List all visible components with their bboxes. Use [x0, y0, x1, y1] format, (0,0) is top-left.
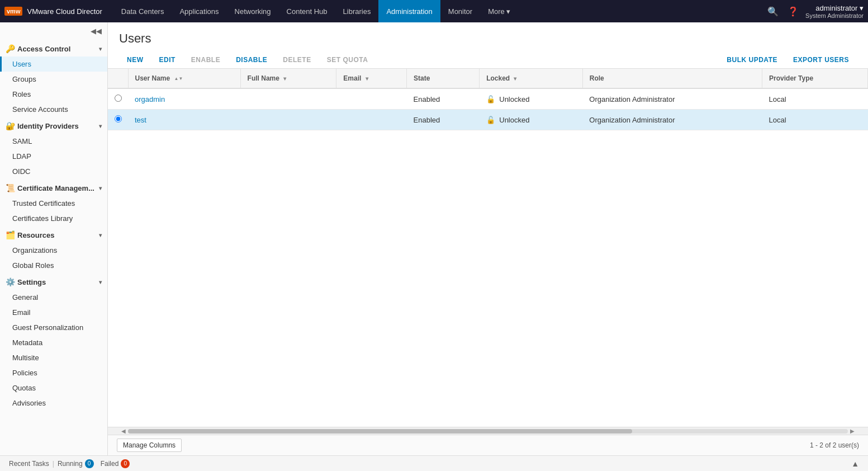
- resources-label: Resources: [17, 231, 54, 239]
- nav-content-hub[interactable]: Content Hub: [279, 0, 335, 22]
- action-bar-left: NEW EDIT ENABLE DISABLE DELETE SET QUOTA: [119, 51, 376, 68]
- sidebar-collapse-button[interactable]: ◀◀: [0, 22, 107, 40]
- page-title: Users: [119, 31, 857, 46]
- user-link-orgadmin[interactable]: orgadmin: [135, 95, 165, 103]
- sidebar-item-general[interactable]: General: [0, 290, 107, 305]
- top-navigation: vmw VMware Cloud Director Data Centers A…: [0, 0, 868, 22]
- locked-value-orgadmin: Unlocked: [499, 95, 529, 103]
- nav-libraries[interactable]: Libraries: [335, 0, 379, 22]
- nav-monitor[interactable]: Monitor: [440, 0, 480, 22]
- pagination-info: 1 - 2 of 2 user(s): [810, 441, 859, 449]
- sidebar-item-multisite[interactable]: Multisite: [0, 350, 107, 365]
- certificate-management-label: Certificate Managem...: [17, 184, 94, 192]
- scrollbar-thumb[interactable]: [128, 429, 632, 434]
- sidebar-section-access-control[interactable]: 🔑 Access Control ▾: [0, 40, 107, 56]
- sidebar-item-service-accounts[interactable]: Service Accounts: [0, 102, 107, 117]
- resources-icon: 🗂️: [6, 230, 15, 239]
- main-layout: ◀◀ 🔑 Access Control ▾ Users Groups Roles…: [0, 22, 868, 455]
- disable-button[interactable]: DISABLE: [228, 51, 275, 68]
- col-username[interactable]: User Name ▲▼: [128, 69, 240, 88]
- sidebar-item-certificates-library[interactable]: Certificates Library: [0, 211, 107, 226]
- sidebar-item-users[interactable]: Users: [0, 56, 107, 72]
- username-sort-icons[interactable]: ▲▼: [174, 76, 183, 81]
- sidebar-item-groups[interactable]: Groups: [0, 72, 107, 87]
- status-separator: |: [53, 460, 54, 468]
- locked-filter-icon[interactable]: ▾: [514, 76, 516, 82]
- fullname-filter-icon[interactable]: ▾: [283, 76, 286, 82]
- nav-data-centers[interactable]: Data Centers: [113, 0, 172, 22]
- sidebar-item-metadata[interactable]: Metadata: [0, 335, 107, 350]
- delete-button[interactable]: DELETE: [275, 51, 319, 68]
- manage-columns-button[interactable]: Manage Columns: [117, 439, 182, 452]
- col-email[interactable]: Email ▾: [336, 69, 407, 88]
- sidebar-item-advisories[interactable]: Advisories: [0, 395, 107, 411]
- col-select: [108, 69, 128, 88]
- nav-applications[interactable]: Applications: [172, 0, 226, 22]
- sidebar-section-resources[interactable]: 🗂️ Resources ▾: [0, 226, 107, 243]
- row-select-test[interactable]: [108, 110, 128, 130]
- export-users-button[interactable]: EXPORT USERS: [785, 51, 857, 68]
- sidebar-item-policies[interactable]: Policies: [0, 365, 107, 380]
- new-button[interactable]: NEW: [119, 51, 151, 68]
- table-footer: Manage Columns 1 - 2 of 2 user(s): [108, 435, 868, 455]
- cell-provider-type-test: Local: [762, 110, 868, 130]
- sidebar-item-email[interactable]: Email: [0, 305, 107, 320]
- cell-provider-type-orgadmin: Local: [762, 88, 868, 110]
- sidebar-item-saml[interactable]: SAML: [0, 134, 107, 149]
- cell-role-test: Organization Administrator: [582, 110, 762, 130]
- radio-orgadmin[interactable]: [115, 95, 122, 102]
- table-header-row: User Name ▲▼ Full Name ▾ Email ▾ State: [108, 69, 868, 88]
- user-menu[interactable]: administrator ▾ System Administrator: [805, 4, 864, 19]
- sidebar-item-guest-personalization[interactable]: Guest Personalization: [0, 320, 107, 335]
- nav-items: Data Centers Applications Networking Con…: [113, 0, 765, 22]
- status-bar-collapse-button[interactable]: ▲: [851, 459, 859, 468]
- table-row[interactable]: test Enabled 🔓 Unlocked Organization Adm…: [108, 110, 868, 130]
- cell-username-orgadmin[interactable]: orgadmin: [128, 88, 240, 110]
- col-locked[interactable]: Locked ▾: [480, 69, 583, 88]
- nav-administration[interactable]: Administration: [378, 0, 440, 22]
- cell-email-test: [336, 110, 407, 130]
- table-row[interactable]: orgadmin Enabled 🔓 Unlocked Organization…: [108, 88, 868, 110]
- username-label: administrator ▾: [805, 4, 864, 12]
- col-role-label: Role: [590, 74, 604, 82]
- resources-chevron: ▾: [99, 232, 102, 238]
- scrollbar-track[interactable]: [128, 429, 848, 434]
- set-quota-button[interactable]: SET QUOTA: [319, 51, 376, 68]
- nav-more[interactable]: More ▾: [480, 0, 518, 22]
- radio-test[interactable]: [115, 115, 122, 123]
- user-link-test[interactable]: test: [135, 116, 146, 124]
- certificate-management-icon: 📜: [6, 183, 15, 192]
- sidebar-section-certificate-management[interactable]: 📜 Certificate Managem... ▾: [0, 179, 107, 196]
- help-icon[interactable]: ❓: [785, 4, 801, 19]
- cell-locked-orgadmin: 🔓 Unlocked: [480, 88, 583, 110]
- sidebar-section-identity-providers[interactable]: 🔐 Identity Providers ▾: [0, 117, 107, 134]
- col-fullname[interactable]: Full Name ▾: [240, 69, 336, 88]
- access-control-chevron: ▾: [99, 46, 102, 52]
- sidebar-item-global-roles[interactable]: Global Roles: [0, 258, 107, 273]
- scroll-left-arrow[interactable]: ◀: [119, 428, 128, 434]
- access-control-label: Access Control: [17, 45, 70, 53]
- scroll-right-arrow[interactable]: ▶: [848, 428, 857, 434]
- sidebar-item-roles[interactable]: Roles: [0, 87, 107, 102]
- enable-button[interactable]: ENABLE: [183, 51, 228, 68]
- sidebar-item-quotas[interactable]: Quotas: [0, 380, 107, 395]
- col-state: State: [407, 69, 480, 88]
- horizontal-scrollbar[interactable]: ◀ ▶: [108, 427, 868, 435]
- sidebar-item-ldap[interactable]: LDAP: [0, 149, 107, 164]
- bulk-update-button[interactable]: BULK UPDATE: [719, 51, 785, 68]
- col-email-label: Email: [343, 74, 361, 82]
- sidebar-item-oidc[interactable]: OIDC: [0, 164, 107, 179]
- edit-button[interactable]: EDIT: [151, 51, 183, 68]
- search-icon[interactable]: 🔍: [765, 4, 781, 19]
- cell-username-test[interactable]: test: [128, 110, 240, 130]
- sidebar-item-trusted-certificates[interactable]: Trusted Certificates: [0, 196, 107, 211]
- sidebar-item-organizations[interactable]: Organizations: [0, 243, 107, 258]
- vmware-logo: vmw: [4, 7, 22, 16]
- sidebar-section-settings[interactable]: ⚙️ Settings ▾: [0, 273, 107, 290]
- email-filter-icon[interactable]: ▾: [366, 76, 368, 82]
- nav-networking[interactable]: Networking: [227, 0, 279, 22]
- sidebar: ◀◀ 🔑 Access Control ▾ Users Groups Roles…: [0, 22, 108, 455]
- cell-role-orgadmin: Organization Administrator: [582, 88, 762, 110]
- recent-tasks-label[interactable]: Recent Tasks: [9, 460, 49, 468]
- row-select-orgadmin[interactable]: [108, 88, 128, 110]
